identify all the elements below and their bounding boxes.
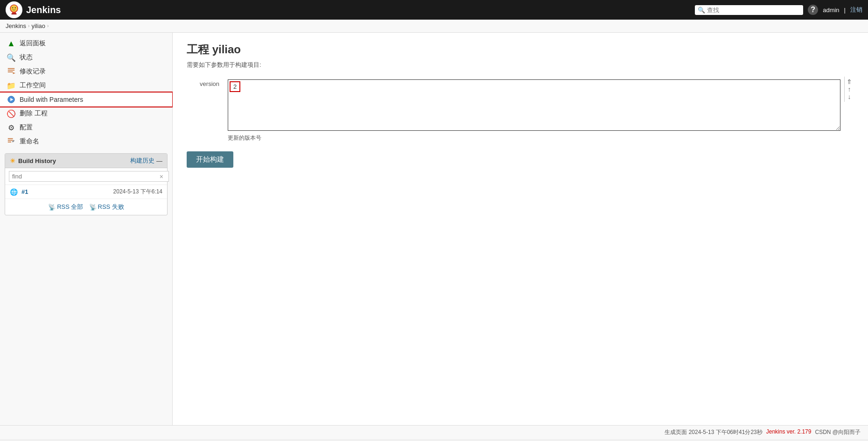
sidebar-item-changes-label: 修改记录	[20, 67, 46, 76]
logout-link[interactable]: 注销	[850, 6, 862, 14]
svg-marker-9	[13, 72, 15, 74]
scroll-arrows-cell: ⇑ ↑ ↓	[844, 77, 854, 145]
sidebar-item-changes[interactable]: 修改记录	[0, 64, 172, 78]
project-subtitle: 需要如下参数用于构建项目:	[187, 61, 854, 69]
build-history-header: ☀ Build History 构建历史 —	[5, 154, 167, 168]
build-history-title: Build History	[18, 157, 56, 164]
header-divider: |	[844, 7, 846, 14]
sidebar-item-workspace-label: 工作空间	[20, 81, 46, 90]
sidebar-item-delete[interactable]: 🚫 删除 工程	[0, 107, 172, 121]
svg-point-1	[11, 5, 17, 12]
content-area: 工程 yiliao 需要如下参数用于构建项目: version 2 更新的版本号…	[173, 33, 868, 425]
jenkins-logo-icon	[6, 1, 22, 18]
params-row: version 2 更新的版本号 ⇑ ↑ ↓	[187, 77, 854, 145]
sidebar-item-delete-label: 删除 工程	[20, 109, 48, 118]
footer-credit: CSDN @向阳而子	[815, 428, 861, 436]
build-history-link[interactable]: 构建历史	[130, 156, 154, 165]
svg-rect-6	[8, 68, 14, 69]
param-input-cell: 2 更新的版本号	[224, 77, 844, 145]
status-icon: 🔍	[7, 53, 16, 62]
header: Jenkins 🔍 ? admin | 注销	[0, 0, 868, 20]
sidebar-item-build-params-label: Build with Parameters	[20, 96, 83, 103]
svg-point-2	[12, 7, 13, 8]
folder-icon: 📁	[7, 81, 16, 90]
sidebar-item-workspace[interactable]: 📁 工作空间	[0, 78, 172, 92]
start-build-button[interactable]: 开始构建	[187, 151, 233, 168]
changes-icon	[7, 67, 16, 76]
breadcrumb-jenkins[interactable]: Jenkins	[6, 22, 26, 29]
search-input[interactable]	[707, 7, 800, 14]
sidebar: ▲ 返回面板 🔍 状态 修改记录 📁 工作空间	[0, 33, 173, 425]
footer: 生成页面 2024-5-13 下午06时41分23秒 Jenkins ver. …	[0, 425, 868, 439]
sidebar-item-rename[interactable]: 重命名	[0, 135, 172, 149]
build-number: #1	[21, 188, 28, 195]
svg-rect-5	[11, 14, 16, 14]
svg-rect-14	[8, 142, 11, 142]
search-magnifier-icon: 🔍	[698, 7, 705, 14]
main-layout: ▲ 返回面板 🔍 状态 修改记录 📁 工作空间	[0, 33, 868, 425]
build-history-title-group: ☀ Build History	[10, 157, 56, 164]
sidebar-item-back-to-dashboard[interactable]: ▲ 返回面板	[0, 36, 172, 50]
rss-fail-link[interactable]: 📡 RSS 失败	[89, 203, 124, 211]
sidebar-item-rename-label: 重命名	[20, 137, 39, 146]
rss-fail-icon: 📡	[89, 204, 97, 211]
scroll-top-arrow[interactable]: ⇑	[847, 78, 852, 85]
footer-version-link[interactable]: Jenkins ver. 2.179	[766, 428, 812, 436]
rss-all-label: RSS 全部	[57, 203, 83, 211]
build-row: 🌐 #1 2024-5-13 下午6:14	[5, 185, 167, 199]
version-input-wrapper: 2	[228, 79, 840, 132]
project-title: 工程 yiliao	[187, 42, 854, 57]
rss-all-icon: 📡	[48, 204, 56, 211]
rss-links: 📡 RSS 全部 📡 RSS 失败	[5, 199, 167, 215]
sidebar-item-status[interactable]: 🔍 状态	[0, 50, 172, 64]
help-icon[interactable]: ?	[808, 5, 818, 15]
svg-rect-13	[8, 140, 13, 141]
build-number-link[interactable]: #1	[21, 188, 28, 195]
arrow-up-icon: ▲	[7, 39, 16, 48]
header-right: 🔍 ? admin | 注销	[695, 5, 862, 15]
scroll-arrows: ⇑ ↑ ↓	[844, 77, 854, 102]
svg-rect-12	[8, 138, 13, 139]
build-search-clear-button[interactable]: ×	[160, 173, 163, 180]
build-history-search: ×	[5, 168, 167, 185]
build-history-section: ☀ Build History 构建历史 — × 🌐 #1 2024-5-13 …	[5, 153, 168, 215]
sidebar-item-status-label: 状态	[20, 53, 33, 62]
build-time: 2024-5-13 下午6:14	[113, 188, 162, 196]
sidebar-item-build-with-params[interactable]: Build with Parameters	[0, 92, 172, 107]
stop-icon: 🚫	[7, 109, 16, 118]
params-table: version 2 更新的版本号 ⇑ ↑ ↓	[187, 77, 854, 145]
footer-generate-text: 生成页面 2024-5-13 下午06时41分23秒	[665, 428, 762, 436]
sun-icon: ☀	[10, 157, 15, 164]
search-box[interactable]: 🔍	[695, 5, 803, 15]
scroll-up-arrow[interactable]: ↑	[848, 86, 851, 92]
breadcrumb-sep-2: ›	[47, 23, 49, 28]
breadcrumb-sep-1: ›	[28, 23, 29, 28]
build-search-input[interactable]	[9, 171, 169, 182]
param-label: version	[187, 77, 224, 145]
breadcrumb-yiliao[interactable]: yiliao	[31, 22, 45, 29]
sidebar-item-back-label: 返回面板	[20, 39, 46, 48]
user-label: admin	[823, 7, 839, 14]
build-history-dash: —	[156, 157, 162, 164]
logo: Jenkins	[6, 1, 61, 18]
breadcrumb: Jenkins › yiliao ›	[0, 20, 868, 33]
build-status-icon: 🌐	[10, 188, 18, 196]
version-textarea[interactable]	[228, 79, 840, 131]
gear-icon: ⚙	[7, 123, 16, 132]
build-icon	[7, 95, 16, 104]
svg-rect-7	[8, 70, 14, 71]
rename-icon	[7, 137, 16, 146]
logo-text: Jenkins	[26, 5, 61, 15]
rss-fail-label: RSS 失败	[98, 203, 124, 211]
rss-all-link[interactable]: 📡 RSS 全部	[48, 203, 83, 211]
version-value-box: 2	[230, 81, 240, 92]
scroll-down-arrow[interactable]: ↓	[848, 93, 851, 100]
svg-rect-8	[8, 71, 13, 72]
svg-point-3	[15, 7, 16, 8]
param-hint: 更新的版本号	[228, 134, 840, 142]
sidebar-item-configure-label: 配置	[20, 123, 33, 132]
sidebar-item-configure[interactable]: ⚙ 配置	[0, 121, 172, 135]
build-history-link-group: 构建历史 —	[130, 156, 162, 165]
